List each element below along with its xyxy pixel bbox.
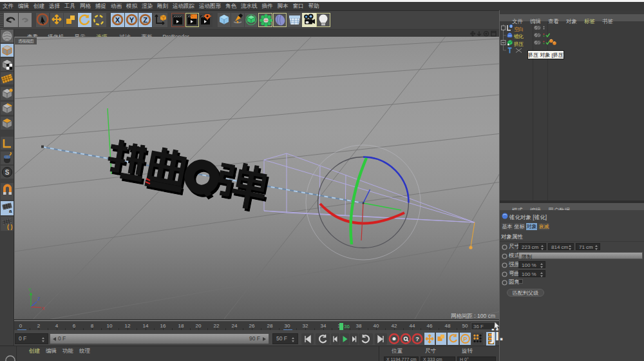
svg-text:X: X xyxy=(42,306,45,311)
svg-text:Y: Y xyxy=(129,16,134,24)
svg-text:?: ? xyxy=(415,336,419,342)
svg-text:X: X xyxy=(115,16,120,24)
svg-text:a: a xyxy=(9,208,12,214)
svg-text:Z: Z xyxy=(37,297,41,301)
svg-text:Y: Y xyxy=(28,288,32,292)
svg-text:S: S xyxy=(5,169,10,176)
svg-text:( ): ( ) xyxy=(7,224,13,230)
svg-text:Z: Z xyxy=(143,16,147,24)
svg-text:P: P xyxy=(463,336,467,342)
